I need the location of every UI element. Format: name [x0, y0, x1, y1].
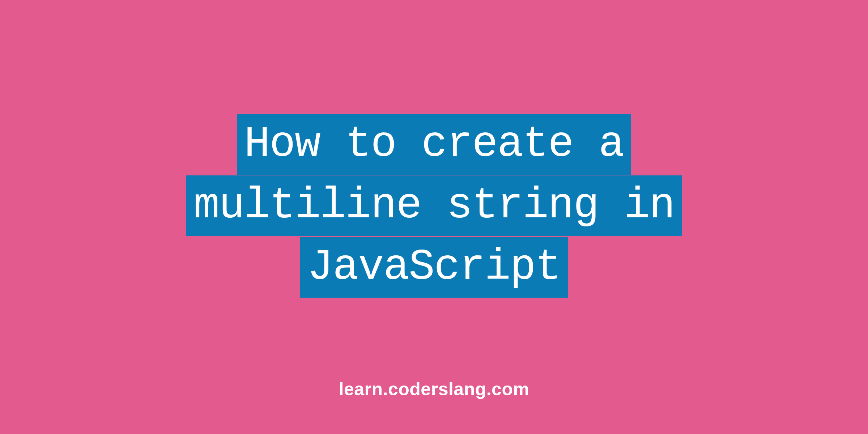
- title-line-2: multiline string in: [186, 175, 682, 236]
- title-line-wrapper: How to create a: [186, 114, 682, 175]
- title-container: How to create a multiline string in Java…: [186, 114, 682, 298]
- title-line-wrapper: multiline string in: [186, 175, 682, 236]
- footer-url: learn.coderslang.com: [339, 379, 529, 400]
- title-line-1: How to create a: [237, 114, 631, 175]
- title-line-3: JavaScript: [300, 237, 568, 298]
- title-line-wrapper: JavaScript: [186, 237, 682, 298]
